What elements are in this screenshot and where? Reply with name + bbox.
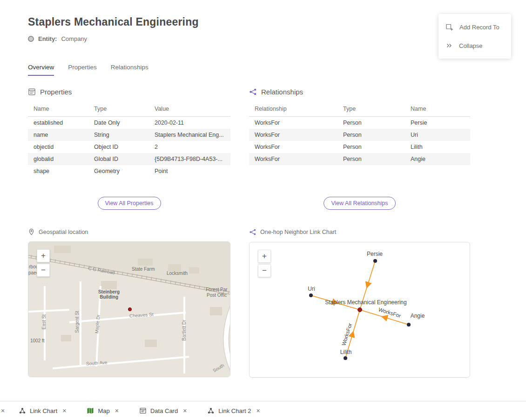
relationship-type: Person <box>337 141 405 153</box>
close-icon[interactable]: × <box>62 407 66 414</box>
bottom-tab-link-chart-2[interactable]: Link Chart 2 × <box>207 407 260 414</box>
property-name: shape <box>28 165 88 177</box>
map-scale-text: 1002 ft <box>30 338 45 343</box>
relationships-table: Relationship Type Name WorksFor Person P… <box>249 101 470 165</box>
geospatial-section-header: Geospatial location <box>28 228 230 235</box>
link-chart-title: One-hop Neighbor Link Chart <box>260 229 336 235</box>
bottom-tab-label: Link Chart 2 <box>218 407 251 414</box>
map-label-forest-park: Forest Par <box>206 287 228 292</box>
entity-label: Entity: <box>38 35 57 42</box>
node-label-angie: Angie <box>411 313 425 319</box>
link-chart-icon <box>207 407 215 414</box>
card-tabs: Overview Properties Relationships <box>28 64 526 76</box>
col-header-relationship: Relationship <box>249 101 337 117</box>
relationship-type: Person <box>337 129 405 141</box>
col-header-type: Type <box>88 101 149 117</box>
table-row: WorksFor Person Persie <box>249 117 470 129</box>
property-value: {5D9B4713-F98D-4A53-... <box>149 153 230 165</box>
node-lilith[interactable] <box>344 356 347 360</box>
map-label-locksmith: Locksmith <box>167 271 188 276</box>
related-entity-link[interactable]: Lilith <box>405 141 470 153</box>
partial-tab-close[interactable]: × <box>1 407 5 414</box>
map-label-bartlett: Bartlett Dr <box>182 320 187 341</box>
geospatial-title: Geospatial location <box>39 229 88 235</box>
map-zoom-controls: + − <box>37 249 50 277</box>
properties-icon <box>28 88 36 96</box>
entity-type-swatch <box>28 36 34 42</box>
map-label-east: East St <box>41 314 47 329</box>
property-type: String <box>88 129 149 141</box>
location-pin-icon <box>28 228 35 235</box>
relationship-link[interactable]: WorksFor <box>249 129 337 141</box>
zoom-out-button[interactable]: − <box>37 264 50 277</box>
relationship-type: Person <box>337 153 405 165</box>
relationship-link[interactable]: WorksFor <box>249 153 337 165</box>
property-name: globalid <box>28 153 88 165</box>
bottom-tab-link-chart[interactable]: Link Chart × <box>19 407 66 414</box>
property-type: Date Only <box>88 117 149 129</box>
link-chart-panel[interactable]: + − <box>249 242 470 378</box>
link-chart-canvas[interactable]: WorksFor WorksFor Persie Uri Angie Lilit… <box>250 242 470 378</box>
close-icon[interactable]: × <box>183 407 187 414</box>
view-all-relationships-button[interactable]: View All Relationships <box>324 197 395 210</box>
link-chart-icon <box>19 407 26 414</box>
properties-table: Name Type Value established Date Only 20… <box>28 101 230 177</box>
data-card-page: Staplers Mechanical Engineering Entity: … <box>0 0 526 420</box>
data-card-icon <box>139 407 147 414</box>
chart-zoom-controls: + − <box>258 250 271 277</box>
bottom-tab-map[interactable]: Map × <box>87 407 118 414</box>
node-uri[interactable] <box>309 293 313 297</box>
close-icon[interactable]: × <box>256 407 260 414</box>
view-all-properties-button[interactable]: View All Properties <box>98 197 161 210</box>
related-entity-link[interactable]: Uri <box>405 129 470 141</box>
zoom-in-button[interactable]: + <box>258 250 271 263</box>
menu-item-collapse[interactable]: Collapse <box>438 36 511 55</box>
map-label-state-farm: State Farm <box>132 267 155 272</box>
related-entity-link[interactable]: Angie <box>405 153 470 165</box>
map-label-steinberg: Building <box>100 294 118 300</box>
node-persie[interactable] <box>373 259 377 263</box>
overview-content: Properties Name Type Value established <box>28 88 526 378</box>
col-header-name: Name <box>405 101 470 117</box>
node-label-lilith: Lilith <box>340 349 352 355</box>
col-header-value: Value <box>149 101 230 117</box>
bottom-tab-label: Data Card <box>150 407 178 414</box>
property-name: name <box>28 129 88 141</box>
col-header-name: Name <box>28 101 88 117</box>
node-center-company[interactable] <box>358 308 362 312</box>
menu-item-add-record-to[interactable]: Add Record To <box>438 18 511 36</box>
properties-section-header: Properties <box>28 88 230 96</box>
table-header-row: Relationship Type Name <box>249 101 470 117</box>
menu-item-label: Collapse <box>459 42 483 49</box>
zoom-in-button[interactable]: + <box>37 249 50 262</box>
map-marker[interactable] <box>128 307 131 311</box>
table-header-row: Name Type Value <box>28 101 230 117</box>
map-label-steinberg: Steinberg <box>98 289 120 294</box>
property-type: Global ID <box>88 153 149 165</box>
node-angie[interactable] <box>407 323 411 327</box>
relationship-link[interactable]: WorksFor <box>249 117 337 129</box>
map-canvas[interactable]: rbour paedics C G Railroad State Farm Lo… <box>28 242 230 377</box>
link-chart-icon <box>249 228 256 236</box>
close-icon[interactable]: × <box>115 407 119 414</box>
relationships-panel: Relationships Relationship Type Name Wor… <box>249 88 470 210</box>
tab-relationships[interactable]: Relationships <box>111 64 148 76</box>
collapse-icon <box>445 42 453 49</box>
tab-strip: × Link Chart × <box>0 401 526 420</box>
property-value: Staplers Mechanical Eng... <box>149 129 230 141</box>
relationship-link[interactable]: WorksFor <box>249 141 337 153</box>
table-row: WorksFor Person Angie <box>249 153 470 165</box>
node-label-center: Staplers Mechanical Engineering <box>325 299 406 306</box>
tab-overview[interactable]: Overview <box>28 64 54 76</box>
bottom-tab-label: Link Chart <box>30 407 57 414</box>
tab-properties[interactable]: Properties <box>68 64 97 76</box>
map-label-forest-park: Post Offic <box>207 293 227 298</box>
link-chart-section-header: One-hop Neighbor Link Chart <box>249 228 470 236</box>
map-panel[interactable]: + − <box>28 241 230 377</box>
relationship-type: Person <box>337 117 405 129</box>
property-name: objectid <box>28 141 88 153</box>
bottom-tab-data-card[interactable]: Data Card × <box>139 407 187 414</box>
map-icon <box>87 407 94 414</box>
zoom-out-button[interactable]: − <box>258 264 271 277</box>
related-entity-link[interactable]: Persie <box>405 117 470 129</box>
